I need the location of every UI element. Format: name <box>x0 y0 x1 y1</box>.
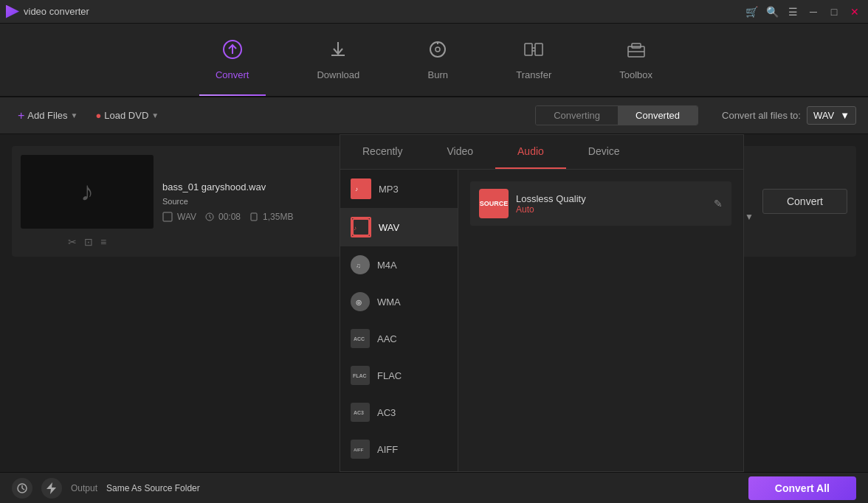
svg-rect-5 <box>535 44 542 55</box>
tab-device[interactable]: Device <box>566 135 642 169</box>
tab-converting[interactable]: Converting <box>536 106 618 125</box>
title-bar-left: video converter <box>6 5 89 18</box>
format-panel: Recently Video Audio Device ♪ MP3 ♪ <box>340 134 744 472</box>
svg-text:AIFF: AIFF <box>354 448 364 452</box>
tab-audio[interactable]: Audio <box>495 135 566 169</box>
svg-text:♪: ♪ <box>354 225 356 232</box>
main-content: ♪ ✂ ⊡ ≡ bass_01 garyshood.wav Source WAV <box>0 134 868 472</box>
toolbox-nav-icon <box>626 39 647 65</box>
format-item-wav[interactable]: ♪ WAV <box>340 208 458 246</box>
svg-text:FLAC: FLAC <box>353 373 367 378</box>
crop-icon[interactable]: ⊡ <box>84 236 93 248</box>
load-dvd-dropdown-arrow[interactable]: ▼ <box>151 111 159 119</box>
output-label: Output <box>71 483 97 493</box>
ac3-icon: AC3 <box>351 403 370 422</box>
svg-rect-9 <box>163 212 172 221</box>
app-logo <box>6 5 19 18</box>
nav-transfer[interactable]: Transfer <box>504 33 563 86</box>
title-bar: video converter 🛒 🔍 ☰ ─ □ ✕ <box>0 0 868 24</box>
svg-point-2 <box>435 47 440 52</box>
navbar: Convert Download Burn Tran <box>0 24 868 97</box>
convert-button[interactable]: Convert <box>762 189 847 214</box>
format-select-dropdown[interactable]: WAV ▼ <box>807 106 856 125</box>
nav-download[interactable]: Download <box>305 33 371 86</box>
aiff-icon: AIFF <box>351 440 370 459</box>
app-title: video converter <box>24 6 89 17</box>
format-tabs: Recently Video Audio Device <box>340 135 743 170</box>
aac-label: AAC <box>377 333 397 344</box>
format-item-flac[interactable]: FLAC FLAC <box>340 357 458 394</box>
load-dvd-button[interactable]: ● Load DVD ▼ <box>89 107 165 124</box>
tab-group: Converting Converted <box>535 105 698 125</box>
quality-edit-icon[interactable]: ✎ <box>714 198 723 209</box>
tab-recently[interactable]: Recently <box>340 135 424 169</box>
nav-convert-label: Convert <box>216 69 249 80</box>
quality-lossless[interactable]: SOURCE Lossless Quality Auto ✎ <box>470 181 731 226</box>
output-path: Same As Source Folder <box>106 483 200 493</box>
selected-format-label: WAV <box>813 110 834 121</box>
lossless-quality-icon: SOURCE <box>479 189 509 218</box>
source-size: 1,35MB <box>249 212 293 222</box>
quality-detail: Auto <box>516 204 706 215</box>
toolbar: + Add Files ▼ ● Load DVD ▼ Converting Co… <box>0 97 868 134</box>
svg-line-12 <box>210 217 211 218</box>
format-item-aiff[interactable]: AIFF AIFF <box>340 431 458 468</box>
format-select-arrow: ▼ <box>840 110 850 121</box>
flac-icon: FLAC <box>351 366 370 385</box>
nav-burn-label: Burn <box>428 69 448 80</box>
format-item-wma[interactable]: ◎ WMA <box>340 283 458 320</box>
search-icon[interactable]: 🔍 <box>765 4 779 19</box>
tab-video[interactable]: Video <box>424 135 495 169</box>
file-edit-icons: ✂ ⊡ ≡ <box>68 236 106 248</box>
wma-icon: ◎ <box>351 292 370 311</box>
download-nav-icon <box>328 39 348 65</box>
convert-all-button[interactable]: Convert All <box>748 476 856 500</box>
file-thumbnail: ♪ <box>21 155 154 229</box>
format-item-m4a[interactable]: ♫ M4A <box>340 246 458 283</box>
nav-toolbox[interactable]: Toolbox <box>607 33 664 86</box>
format-item-aac[interactable]: ACC AAC <box>340 320 458 357</box>
nav-convert[interactable]: Convert <box>204 33 261 86</box>
svg-rect-7 <box>632 44 641 48</box>
nav-download-label: Download <box>317 69 359 80</box>
nav-burn[interactable]: Burn <box>416 33 460 86</box>
mp3-icon: ♪ <box>351 178 371 199</box>
format-list: ♪ MP3 ♪ WAV ♫ M4A <box>340 170 458 471</box>
source-duration: 00:08 <box>205 212 241 222</box>
nav-active-indicator <box>199 94 266 96</box>
cart-icon[interactable]: 🛒 <box>744 4 759 19</box>
svg-line-35 <box>22 488 24 490</box>
mp3-label: MP3 <box>379 184 399 195</box>
quality-info: Lossless Quality Auto <box>516 193 706 215</box>
minimize-button[interactable]: ─ <box>806 4 821 19</box>
convert-all-files-label: Convert all files to: <box>722 110 801 121</box>
ac3-label: AC3 <box>377 407 396 418</box>
add-files-label: Add Files <box>27 110 67 121</box>
cut-icon[interactable]: ✂ <box>68 236 77 248</box>
bottom-bar: Output Same As Source Folder Convert All <box>0 472 868 503</box>
history-icon[interactable] <box>12 478 32 499</box>
flash-icon[interactable] <box>41 478 62 499</box>
svg-rect-13 <box>251 213 257 221</box>
svg-rect-4 <box>525 44 532 55</box>
target-dropdown-arrow[interactable]: ▼ <box>745 212 754 222</box>
svg-text:◎: ◎ <box>356 299 362 306</box>
svg-text:♪: ♪ <box>355 186 358 192</box>
quality-name: Lossless Quality <box>516 193 706 204</box>
m4a-label: M4A <box>377 260 397 271</box>
add-files-button[interactable]: + Add Files ▼ <box>12 106 83 125</box>
close-button[interactable]: ✕ <box>847 4 862 19</box>
nav-toolbox-label: Toolbox <box>619 69 652 80</box>
menu-icon[interactable]: ☰ <box>785 4 800 19</box>
source-format-icon: WAV <box>162 212 196 222</box>
tab-converted[interactable]: Converted <box>618 106 698 125</box>
wav-icon: ♪ <box>351 217 371 237</box>
format-item-ac3[interactable]: AC3 AC3 <box>340 394 458 431</box>
add-files-dropdown-arrow[interactable]: ▼ <box>71 111 78 119</box>
music-note-icon: ♪ <box>80 176 94 207</box>
svg-marker-36 <box>46 482 56 494</box>
maximize-button[interactable]: □ <box>827 4 841 19</box>
settings-icon[interactable]: ≡ <box>100 236 106 248</box>
format-item-mp3[interactable]: ♪ MP3 <box>340 170 458 208</box>
m4a-icon: ♫ <box>351 255 370 274</box>
